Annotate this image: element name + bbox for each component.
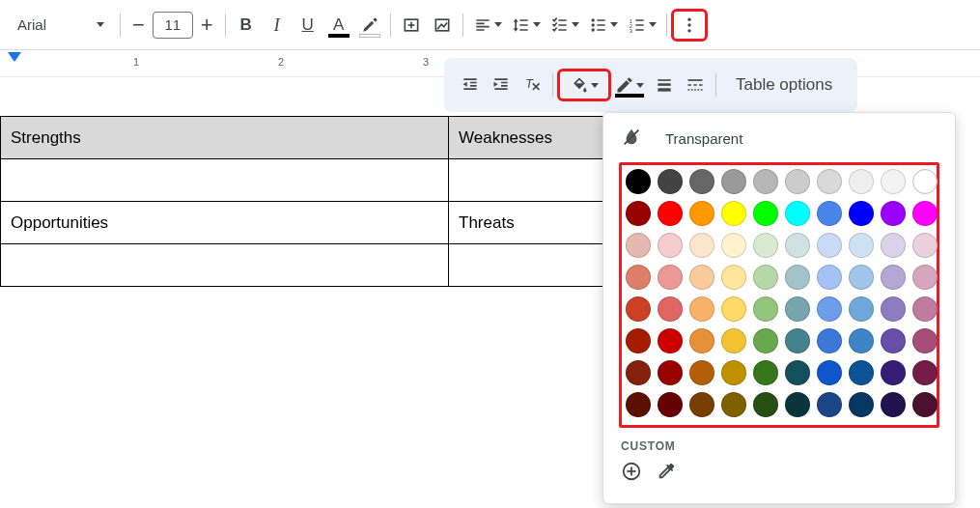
bulleted-list-button[interactable] (585, 11, 622, 40)
color-swatch[interactable] (849, 169, 874, 194)
clear-formatting-button[interactable]: T (518, 71, 546, 99)
align-button[interactable] (469, 11, 506, 40)
cell-opportunities[interactable]: Opportunities (1, 202, 449, 244)
color-swatch[interactable] (849, 201, 874, 226)
table-options-button[interactable]: Table options (722, 75, 846, 95)
color-swatch[interactable] (849, 360, 874, 385)
font-family-select[interactable]: Arial (8, 11, 114, 40)
insert-link-button[interactable] (397, 11, 426, 40)
color-swatch[interactable] (785, 233, 810, 258)
color-swatch[interactable] (881, 296, 906, 322)
color-swatch[interactable] (626, 392, 651, 417)
color-swatch[interactable] (721, 201, 746, 226)
color-swatch[interactable] (849, 233, 874, 258)
color-swatch[interactable] (785, 169, 810, 194)
color-swatch[interactable] (721, 169, 746, 194)
color-swatch[interactable] (785, 296, 810, 322)
color-swatch[interactable] (912, 392, 938, 417)
color-swatch[interactable] (785, 392, 810, 417)
color-swatch[interactable] (912, 233, 938, 258)
color-swatch[interactable] (753, 233, 778, 258)
color-swatch[interactable] (689, 265, 714, 290)
color-swatch[interactable] (689, 233, 714, 258)
color-swatch[interactable] (658, 169, 683, 194)
color-swatch[interactable] (881, 392, 906, 417)
numbered-list-button[interactable]: 123 (624, 11, 660, 40)
decrease-font-size-button[interactable]: − (126, 13, 151, 38)
font-size-input[interactable]: 11 (153, 12, 193, 39)
color-swatch[interactable] (817, 233, 842, 258)
color-swatch[interactable] (626, 360, 651, 385)
color-swatch[interactable] (785, 360, 810, 385)
color-swatch[interactable] (689, 360, 714, 385)
insert-image-button[interactable] (428, 11, 457, 40)
color-swatch[interactable] (817, 201, 842, 226)
color-swatch[interactable] (817, 169, 842, 194)
cell-strengths[interactable]: Strengths (1, 117, 449, 159)
color-swatch[interactable] (849, 265, 874, 290)
color-swatch[interactable] (881, 169, 906, 194)
color-swatch[interactable] (817, 296, 842, 322)
color-swatch[interactable] (689, 201, 714, 226)
highlight-color-button[interactable] (355, 11, 384, 40)
color-swatch[interactable] (881, 201, 906, 226)
color-swatch[interactable] (753, 265, 778, 290)
color-swatch[interactable] (785, 265, 810, 290)
checklist-button[interactable] (546, 11, 583, 40)
indent-decrease-button[interactable] (456, 71, 485, 99)
color-swatch[interactable] (912, 296, 938, 322)
color-swatch[interactable] (658, 233, 683, 258)
color-swatch[interactable] (626, 233, 651, 258)
fill-color-button[interactable] (559, 71, 609, 99)
color-swatch[interactable] (817, 328, 842, 353)
eyedropper-button[interactable] (656, 461, 677, 486)
color-swatch[interactable] (721, 296, 746, 322)
cell[interactable] (1, 159, 449, 202)
italic-button[interactable]: I (263, 11, 292, 40)
color-swatch[interactable] (658, 328, 683, 353)
color-swatch[interactable] (753, 169, 778, 194)
color-swatch[interactable] (881, 233, 906, 258)
color-swatch[interactable] (785, 328, 810, 353)
color-swatch[interactable] (626, 296, 651, 322)
color-swatch[interactable] (881, 360, 906, 385)
color-swatch[interactable] (881, 328, 906, 353)
transparent-option[interactable]: Transparent (619, 127, 939, 151)
color-swatch[interactable] (658, 360, 683, 385)
color-swatch[interactable] (753, 201, 778, 226)
more-options-button[interactable] (673, 11, 706, 40)
color-swatch[interactable] (626, 328, 651, 353)
color-swatch[interactable] (721, 360, 746, 385)
underline-button[interactable]: U (294, 11, 322, 40)
color-swatch[interactable] (849, 296, 874, 322)
indent-marker[interactable] (8, 52, 21, 62)
color-swatch[interactable] (626, 201, 651, 226)
color-swatch[interactable] (626, 169, 651, 194)
color-swatch[interactable] (912, 360, 938, 385)
border-style-button[interactable] (681, 71, 710, 99)
indent-increase-button[interactable] (487, 71, 516, 99)
color-swatch[interactable] (721, 392, 746, 417)
color-swatch[interactable] (658, 201, 683, 226)
color-swatch[interactable] (817, 360, 842, 385)
bold-button[interactable]: B (232, 11, 261, 40)
color-swatch[interactable] (689, 296, 714, 322)
color-swatch[interactable] (849, 392, 874, 417)
color-swatch[interactable] (753, 360, 778, 385)
color-swatch[interactable] (689, 169, 714, 194)
color-swatch[interactable] (658, 296, 683, 322)
color-swatch[interactable] (817, 392, 842, 417)
text-color-button[interactable]: A (324, 11, 353, 40)
add-custom-color-button[interactable] (621, 461, 642, 486)
border-width-button[interactable] (650, 71, 679, 99)
color-swatch[interactable] (721, 233, 746, 258)
color-swatch[interactable] (753, 296, 778, 322)
color-swatch[interactable] (912, 328, 938, 353)
color-swatch[interactable] (721, 328, 746, 353)
color-swatch[interactable] (817, 265, 842, 290)
color-swatch[interactable] (658, 392, 683, 417)
color-swatch[interactable] (912, 201, 938, 226)
color-swatch[interactable] (658, 265, 683, 290)
color-swatch[interactable] (689, 328, 714, 353)
color-swatch[interactable] (753, 392, 778, 417)
